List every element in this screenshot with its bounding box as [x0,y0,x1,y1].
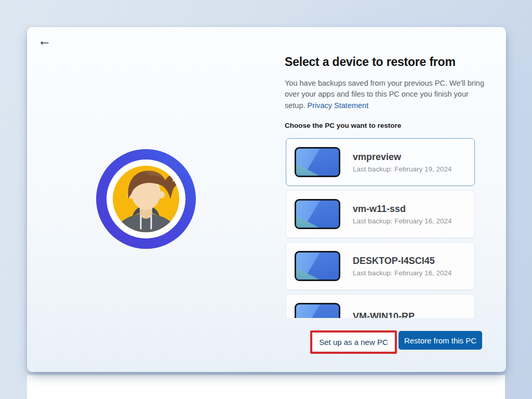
device-name: vmpreview [353,152,452,163]
setup-new-pc-button[interactable]: Set up as a new PC [313,333,394,351]
page-title: Select a device to restore from [285,55,503,69]
privacy-statement-link[interactable]: Privacy Statement [308,101,369,110]
device-name: DESKTOP-I4SCI45 [353,256,452,267]
device-card-vmpreview[interactable]: vmpreview Last backup: February 19, 2024 [286,138,475,186]
device-list-label: Choose the PC you want to restore [285,122,401,129]
device-last-backup: Last backup: February 16, 2024 [353,269,452,277]
user-avatar-illustration [96,149,196,249]
page-description: You have backups saved from your previou… [285,78,484,111]
device-card-vm-w11-ssd[interactable]: vm-w11-ssd Last backup: February 16, 202… [286,190,475,238]
back-arrow-icon[interactable]: ← [35,31,54,50]
device-thumbnail-icon [295,303,340,318]
device-thumbnail-icon [295,199,340,229]
device-card-vm-win10-rp[interactable]: VM-WIN10-RP [286,294,475,318]
page-below-section [27,375,505,399]
device-thumbnail-icon [295,251,340,281]
device-thumbnail-icon [295,147,340,177]
device-last-backup: Last backup: February 16, 2024 [353,217,452,225]
device-last-backup: Last backup: February 19, 2024 [353,165,452,173]
oobe-restore-page: ← [0,0,532,399]
setup-window: ← [27,27,506,372]
device-name: VM-WIN10-RP [353,311,415,318]
device-list: vmpreview Last backup: February 19, 2024… [286,138,476,318]
restore-from-pc-button[interactable]: Restore from this PC [398,331,482,350]
device-card-desktop-i4sci45[interactable]: DESKTOP-I4SCI45 Last backup: February 16… [286,242,475,290]
device-name: vm-w11-ssd [353,204,452,215]
